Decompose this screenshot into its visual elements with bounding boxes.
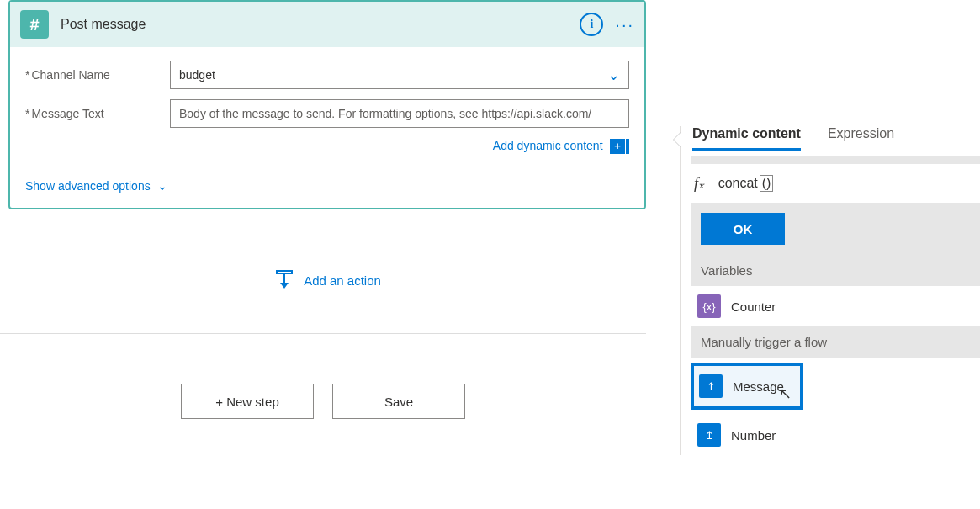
section-variables: Variables: [691, 255, 980, 286]
post-message-card: # Post message i ··· Channel Name budget…: [8, 0, 646, 209]
channel-name-label: Channel Name: [25, 68, 170, 82]
variable-counter[interactable]: {x} Counter: [691, 286, 980, 326]
add-action-icon: [273, 269, 295, 291]
message-text-input[interactable]: [170, 99, 629, 128]
card-header: # Post message i ···: [10, 2, 644, 47]
trigger-number[interactable]: ↥ Number: [691, 415, 980, 455]
add-action-button[interactable]: Add an action: [273, 269, 381, 291]
channel-name-row: Channel Name budget ⌄: [25, 61, 629, 89]
chevron-down-icon: ⌄: [157, 179, 167, 193]
message-text-row: Message Text: [25, 99, 629, 128]
channel-name-value: budget: [179, 68, 215, 82]
message-text-label: Message Text: [25, 107, 170, 120]
graybar: [691, 156, 980, 164]
variable-label: Counter: [731, 300, 776, 314]
expression-text: concat(): [718, 175, 774, 192]
chevron-down-icon: ⌄: [607, 66, 620, 84]
dynamic-plus-icon[interactable]: +: [610, 139, 625, 154]
divider: [0, 333, 646, 334]
add-action-row: Add an action: [8, 269, 646, 294]
slack-icon: #: [20, 10, 49, 39]
show-advanced-options[interactable]: Show advanced options ⌄: [25, 179, 629, 193]
highlighted-item: ↥ Message ↖: [691, 363, 803, 410]
message-text-field[interactable]: [170, 99, 629, 128]
trigger-label: Message: [733, 379, 784, 394]
expression-input-row[interactable]: fₓ concat(): [691, 164, 980, 203]
dynamic-content-panel: Dynamic content Expression fₓ concat() O…: [680, 126, 980, 455]
svg-marker-2: [280, 283, 289, 289]
cursor-icon: ↖: [779, 384, 792, 403]
new-step-button[interactable]: + New step: [181, 384, 314, 419]
svg-rect-0: [277, 271, 292, 273]
card-title: Post message: [61, 17, 580, 32]
fx-icon: fₓ: [694, 174, 705, 193]
section-trigger: Manually trigger a flow: [691, 326, 980, 358]
channel-name-select[interactable]: budget ⌄: [170, 61, 629, 89]
channel-name-field[interactable]: budget ⌄: [170, 61, 629, 89]
dynamic-pipe-icon: [626, 139, 629, 154]
add-dynamic-content-row: Add dynamic content +: [25, 138, 629, 154]
trigger-label: Number: [731, 428, 776, 443]
param-icon: ↥: [699, 374, 723, 398]
param-icon: ↥: [697, 423, 721, 447]
panel-tabs: Dynamic content Expression: [691, 126, 980, 156]
ok-button[interactable]: OK: [701, 213, 785, 245]
card-body: Channel Name budget ⌄ Message Text Add d…: [10, 47, 644, 208]
info-icon[interactable]: i: [580, 13, 603, 36]
ok-row: OK: [691, 203, 980, 255]
tab-dynamic-content[interactable]: Dynamic content: [692, 126, 801, 151]
footer-buttons: + New step Save: [0, 384, 646, 419]
tab-expression[interactable]: Expression: [828, 126, 894, 151]
variable-icon: {x}: [697, 294, 721, 318]
add-dynamic-content-link[interactable]: Add dynamic content: [493, 139, 603, 152]
save-button[interactable]: Save: [332, 384, 465, 419]
more-icon[interactable]: ···: [615, 15, 634, 34]
